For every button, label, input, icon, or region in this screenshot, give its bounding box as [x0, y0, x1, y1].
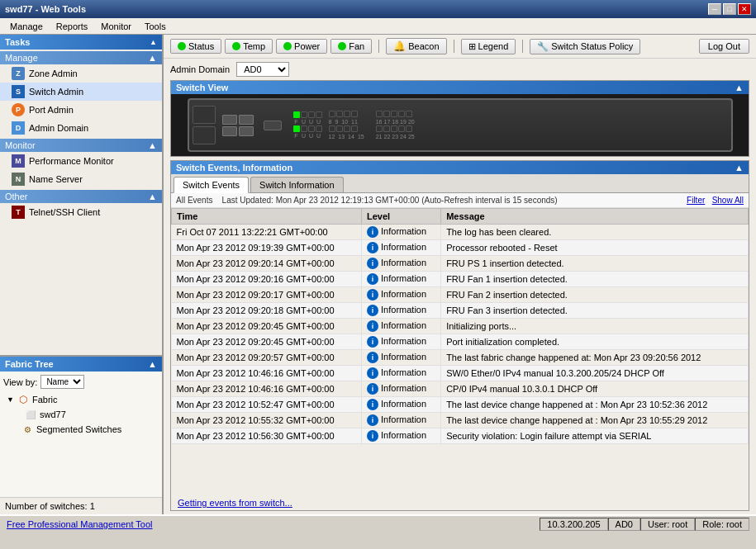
nav-switch-admin[interactable]: S Switch Admin: [0, 83, 162, 101]
fabric-tree-header: Fabric Tree ▲: [0, 357, 162, 372]
cell-time: Mon Apr 23 2012 10:52:47 GMT+00:00: [172, 397, 362, 413]
info-icon: i: [367, 367, 378, 379]
view-by-select[interactable]: Name WWN: [40, 375, 84, 389]
tree-item-segmented[interactable]: ⚙ Segmented Switches: [3, 422, 159, 437]
menu-tools[interactable]: Tools: [138, 20, 173, 33]
status-bar: Free Professional Management Tool 10.3.2…: [0, 514, 756, 532]
table-row[interactable]: Mon Apr 23 2012 10:55:32 GMT+00:00i Info…: [172, 413, 749, 428]
cell-message: The log has been cleared.: [441, 225, 749, 240]
tab-switch-information[interactable]: Switch Information: [250, 177, 343, 192]
info-icon: i: [367, 242, 378, 253]
cell-level: i Information: [362, 225, 441, 240]
switch-view-header: Switch View ▲: [171, 81, 749, 94]
fc-p3: [344, 111, 350, 117]
fc-p7: [344, 125, 350, 132]
legend-button[interactable]: ⊞ Legend: [461, 39, 516, 54]
cell-level: i Information: [362, 272, 441, 287]
main-layout: Tasks ▲ Manage ▲ Z Zone Admin S Switch A…: [0, 35, 756, 514]
cell-message: FRU Fan 1 insertion detected.: [441, 272, 749, 287]
nav-zone-admin[interactable]: Z Zone Admin: [0, 64, 162, 83]
table-row[interactable]: Mon Apr 23 2012 10:46:16 GMT+00:00i Info…: [172, 366, 749, 381]
log-out-button[interactable]: Log Out: [699, 39, 749, 54]
table-row[interactable]: Mon Apr 23 2012 09:20:45 GMT+00:00i Info…: [172, 319, 749, 334]
table-row[interactable]: Mon Apr 23 2012 10:52:47 GMT+00:00i Info…: [172, 397, 749, 413]
filter-link[interactable]: Filter: [687, 196, 705, 205]
manage-section-header: Manage ▲: [0, 51, 162, 64]
status-button[interactable]: Status: [170, 39, 221, 54]
fan-button[interactable]: Fan: [330, 39, 372, 54]
performance-monitor-icon: M: [12, 154, 25, 168]
table-row[interactable]: Mon Apr 23 2012 09:20:16 GMT+00:00i Info…: [172, 272, 749, 287]
fc-port-green: [293, 111, 300, 118]
cell-message: The last fabric change happened at: Mon …: [441, 350, 749, 366]
tree-item-switch[interactable]: ⬜ swd77: [3, 407, 159, 422]
show-all-link[interactable]: Show All: [712, 196, 744, 205]
free-tool-link[interactable]: Free Professional Management Tool: [7, 519, 540, 529]
table-row[interactable]: Fri Oct 07 2011 13:22:21 GMT+00:00i Info…: [172, 225, 749, 240]
switch-view-content: F U U U: [171, 94, 749, 156]
power-button[interactable]: Power: [276, 39, 327, 54]
menu-monitor[interactable]: Monitor: [94, 20, 138, 33]
nav-port-admin[interactable]: P Port Admin: [0, 101, 162, 119]
monitor-collapse-icon[interactable]: ▲: [148, 140, 157, 150]
sfp-module-1: [193, 106, 216, 124]
other-collapse-icon[interactable]: ▲: [148, 192, 157, 201]
nav-admin-domain[interactable]: D Admin Domain: [0, 119, 162, 137]
temp-button[interactable]: Temp: [225, 39, 273, 54]
telnet-ssh-label: Telnet/SSH Client: [29, 207, 100, 217]
cell-time: Mon Apr 23 2012 10:46:16 GMT+00:00: [172, 381, 362, 397]
tasks-label: Tasks: [5, 37, 30, 47]
fc-r4: [398, 111, 405, 117]
tab-switch-events[interactable]: Switch Events: [174, 177, 249, 193]
nav-name-server[interactable]: N Name Server: [0, 170, 162, 188]
status-user: User: root: [640, 518, 695, 531]
fabric-expand-icon[interactable]: ▼: [7, 395, 14, 404]
cell-level: i Information: [362, 287, 441, 303]
table-row[interactable]: Mon Apr 23 2012 09:20:17 GMT+00:00i Info…: [172, 287, 749, 303]
events-table-container[interactable]: Time Level Message Fri Oct 07 2011 13:22…: [171, 208, 749, 495]
menu-reports[interactable]: Reports: [50, 20, 95, 33]
fabric-tree-collapse-icon[interactable]: ▲: [148, 359, 157, 369]
table-row[interactable]: Mon Apr 23 2012 09:20:18 GMT+00:00i Info…: [172, 303, 749, 319]
tree-item-fabric[interactable]: ▼ ⬡ Fabric: [3, 392, 159, 407]
events-table: Time Level Message Fri Oct 07 2011 13:22…: [171, 208, 749, 444]
table-row[interactable]: Mon Apr 23 2012 10:46:16 GMT+00:00i Info…: [172, 381, 749, 397]
table-row[interactable]: Mon Apr 23 2012 09:20:14 GMT+00:00i Info…: [172, 256, 749, 272]
events-collapse-icon[interactable]: ▲: [735, 163, 744, 173]
switch-chassis: F U U U: [188, 98, 733, 152]
nav-performance-monitor[interactable]: M Performance Monitor: [0, 152, 162, 170]
switch-admin-label: Switch Admin: [29, 87, 83, 97]
events-header: Switch Events, Information ▲: [171, 161, 749, 174]
cell-level: i Information: [362, 319, 441, 334]
beacon-button[interactable]: 🔔 Beacon: [386, 38, 446, 54]
switch-view-collapse-icon[interactable]: ▲: [735, 83, 744, 92]
usb-port: [264, 121, 282, 130]
minimize-button[interactable]: ─: [708, 3, 721, 15]
maximize-button[interactable]: □: [723, 3, 736, 15]
menu-manage[interactable]: Manage: [3, 20, 50, 33]
table-row[interactable]: Mon Apr 23 2012 09:20:45 GMT+00:00i Info…: [172, 334, 749, 350]
cell-level: i Information: [362, 381, 441, 397]
cell-message: The last device change happened at : Mon…: [441, 413, 749, 428]
manage-collapse-icon[interactable]: ▲: [148, 53, 157, 63]
nav-telnet-ssh[interactable]: T Telnet/SSH Client: [0, 203, 162, 221]
getting-events-link[interactable]: Getting events from switch...: [171, 495, 749, 510]
fc-port-dark4: [301, 125, 307, 132]
table-row[interactable]: Mon Apr 23 2012 09:20:57 GMT+00:00i Info…: [172, 350, 749, 366]
info-icon: i: [367, 305, 378, 316]
table-row[interactable]: Mon Apr 23 2012 10:56:30 GMT+00:00i Info…: [172, 428, 749, 444]
admin-domain-row-label: Admin Domain: [170, 64, 230, 74]
cell-message: FRU Fan 2 insertion detected.: [441, 287, 749, 303]
fc-port-dark: [301, 111, 307, 118]
switch-status-policy-button[interactable]: 🔧 Switch Status Policy: [530, 39, 640, 54]
cell-time: Mon Apr 23 2012 09:20:45 GMT+00:00: [172, 319, 362, 334]
port-admin-icon: P: [12, 103, 25, 116]
eth-port-3: [222, 126, 237, 136]
filter-show-all: Filter Show All: [687, 196, 744, 205]
close-button[interactable]: ✕: [738, 3, 751, 15]
table-row[interactable]: Mon Apr 23 2012 09:19:39 GMT+00:00i Info…: [172, 240, 749, 256]
tasks-collapse-button[interactable]: ▲: [150, 38, 157, 46]
sfp-left: [193, 106, 216, 144]
admin-domain-select[interactable]: AD0 AD1 AD255: [236, 62, 289, 77]
cell-message: Initializing ports...: [441, 319, 749, 334]
